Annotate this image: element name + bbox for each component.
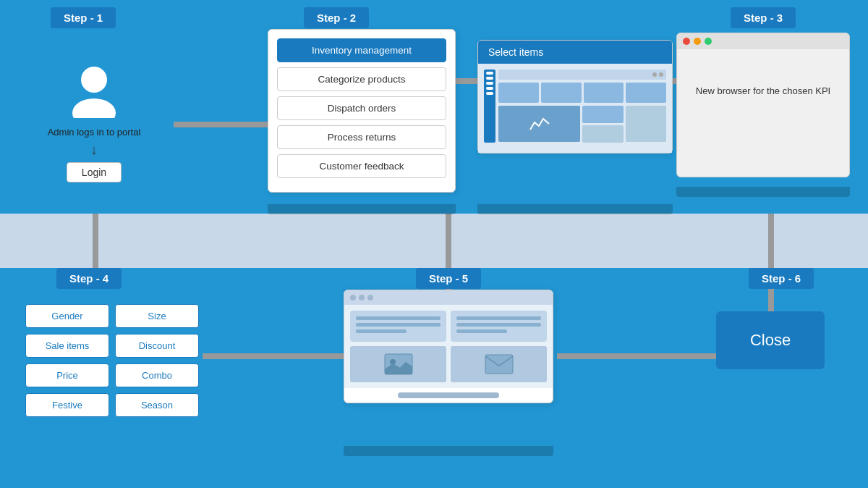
step3-label: Step - 3	[731, 7, 796, 28]
connector-4-5	[203, 353, 347, 359]
filter-grid: Gender Size Sale items Discount Price Co…	[25, 304, 199, 417]
step5-dot3	[367, 295, 373, 300]
menu-item-returns[interactable]: Process returns	[277, 125, 446, 149]
dash-main	[498, 70, 666, 143]
step5-dot2	[359, 295, 365, 300]
step5-dot1	[350, 295, 356, 300]
step5-card-image	[350, 346, 446, 382]
admin-log-text: Admin logs in to portal	[48, 127, 141, 138]
step2-menu-box: Inventory management Categorize products…	[268, 29, 456, 193]
filter-price[interactable]: Price	[25, 363, 109, 387]
filter-size[interactable]: Size	[115, 304, 199, 328]
step5-grid	[344, 305, 553, 388]
line1	[356, 316, 441, 320]
dash-sidebar	[484, 70, 495, 143]
step1-label: Step - 1	[51, 7, 116, 28]
line5	[456, 323, 541, 327]
connector-5-6	[557, 353, 716, 359]
filter-discount[interactable]: Discount	[115, 334, 199, 358]
step4-label: Step - 4	[56, 268, 122, 289]
v-connector-right	[768, 214, 774, 315]
filter-gender[interactable]: Gender	[25, 304, 109, 328]
image-placeholder-svg	[384, 353, 413, 375]
step5-card-2	[451, 311, 547, 342]
connector-1-2	[174, 122, 268, 127]
tb-dot-green	[705, 38, 712, 45]
filter-festive[interactable]: Festive	[25, 393, 109, 417]
select-items-header: Select items	[478, 41, 672, 64]
mid-divider	[0, 214, 868, 268]
step5-card-1	[350, 311, 446, 342]
step5-card-envelope	[451, 346, 547, 382]
menu-item-dispatch[interactable]: Dispatch orders	[277, 96, 446, 120]
step3-titlebar	[677, 33, 849, 49]
arrow-down-icon: ↓	[91, 143, 98, 156]
step5-shadow	[344, 446, 553, 456]
line4	[456, 316, 541, 320]
close-button-text[interactable]: Close	[750, 331, 791, 350]
select-items-shadow	[477, 204, 673, 214]
svg-point-1	[72, 98, 116, 118]
admin-icon	[69, 64, 119, 118]
step5-scrollbar	[398, 392, 499, 398]
step1-box: Admin logs in to portal ↓ Login	[22, 40, 166, 206]
tb-dot-red	[683, 38, 690, 45]
menu-item-feedback[interactable]: Customer feedback	[277, 154, 446, 178]
step6-close-box: Close	[716, 311, 825, 369]
menu-item-inventory[interactable]: Inventory management	[277, 38, 446, 62]
dashboard-mockup	[478, 64, 672, 153]
envelope-svg	[485, 354, 514, 374]
menu-item-categorize[interactable]: Categorize products	[277, 67, 446, 91]
line3	[356, 329, 407, 333]
step2-shadow	[268, 204, 456, 214]
step3-kpi-text: New browser for the chosen KPI	[677, 71, 849, 111]
line6	[456, 329, 507, 333]
login-button[interactable]: Login	[67, 162, 122, 182]
step5-label: Step - 5	[416, 268, 481, 289]
select-items-popup: Select items	[477, 40, 673, 153]
step3-browser-box: New browser for the chosen KPI	[676, 33, 850, 177]
step2-label: Step - 2	[304, 7, 369, 28]
step5-titlebar	[344, 290, 553, 305]
filter-season[interactable]: Season	[115, 393, 199, 417]
step4-filter-box: Gender Size Sale items Discount Price Co…	[25, 304, 199, 417]
line2	[356, 323, 441, 327]
step3-shadow	[676, 187, 850, 197]
filter-sale-items[interactable]: Sale items	[25, 334, 109, 358]
admin-avatar-svg	[69, 64, 119, 118]
svg-point-0	[81, 67, 107, 93]
step6-label: Step - 6	[749, 268, 814, 289]
step5-content-box	[344, 290, 553, 403]
svg-rect-4	[485, 355, 513, 374]
tb-dot-yellow	[694, 38, 701, 45]
filter-combo[interactable]: Combo	[115, 363, 199, 387]
step5-bottom-bar	[344, 388, 553, 403]
v-connector-4	[93, 214, 98, 272]
